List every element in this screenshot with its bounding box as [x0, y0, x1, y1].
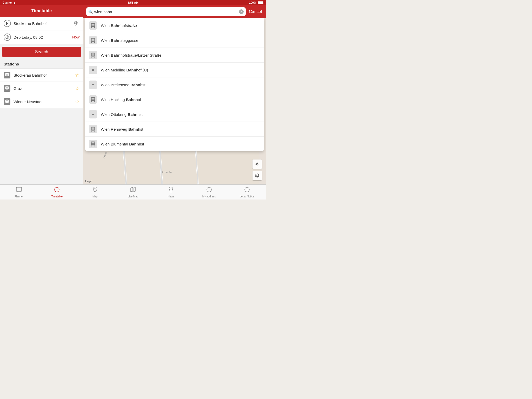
train-icon [4, 85, 10, 92]
dropdown-item-8[interactable]: Wien Blumental Bahnhst [85, 137, 264, 151]
search-overlay: 🔍 ✕ Cancel Wien Bahnhofstraße Wien Bahns… [83, 5, 266, 151]
left-header: Timetable [0, 5, 83, 17]
svg-line-79 [94, 101, 95, 102]
status-bar-left: Carrier ▲ [3, 1, 16, 4]
dropdown-item-3[interactable]: U Wien Meidling Bahnhof (U) [85, 63, 264, 77]
wifi-icon: ▲ [13, 1, 16, 4]
tab-timetable[interactable]: Timetable [38, 185, 76, 200]
locate-me-button[interactable] [252, 159, 262, 169]
svg-point-47 [256, 163, 258, 165]
dropdown-text-4: Wien Breitensee Bahnhst [101, 83, 145, 87]
search-input-wrap[interactable]: 🔍 ✕ [86, 7, 246, 16]
dropdown-item-4[interactable]: Wien Breitensee Bahnhst [85, 77, 264, 92]
departure-text: Dep today, 08:52 [14, 35, 43, 39]
favorite-star-0[interactable]: ☆ [75, 72, 79, 78]
svg-marker-98 [131, 187, 135, 192]
train-icon [4, 72, 10, 78]
tab-livemap[interactable]: Live Map [114, 185, 152, 200]
svg-text:U: U [92, 69, 94, 71]
svg-rect-3 [6, 74, 7, 75]
battery-icon [258, 1, 263, 4]
tab-planner[interactable]: Planner [0, 185, 38, 200]
svg-rect-4 [7, 74, 8, 75]
svg-rect-90 [92, 144, 95, 144]
svg-rect-15 [6, 100, 7, 101]
svg-rect-66 [92, 54, 93, 55]
svg-line-69 [91, 57, 92, 58]
search-bar: 🔍 ✕ Cancel [83, 5, 266, 18]
station-type-icon: H [4, 20, 11, 27]
from-station-row[interactable]: H Stockerau Bahnhof [0, 17, 83, 30]
station-list-item[interactable]: Wiener Neustadt ☆ [0, 95, 83, 108]
dropdown-text-8: Wien Blumental Bahnhst [101, 142, 144, 146]
svg-rect-83 [93, 128, 95, 129]
tab-myaddress[interactable]: My address [190, 185, 228, 200]
legalnotice-icon [244, 187, 250, 194]
tab-planner-label: Planner [15, 195, 23, 198]
svg-line-91 [91, 145, 92, 147]
svg-rect-82 [92, 128, 93, 129]
tab-map-label: Map [92, 195, 97, 198]
news-icon [168, 187, 174, 194]
left-panel: Timetable H Stockerau Bahnhof Dep today, [0, 5, 83, 184]
dropdown-icon-7 [89, 125, 97, 133]
location-pin-icon[interactable] [72, 20, 79, 27]
svg-rect-55 [93, 24, 95, 25]
departure-row[interactable]: Dep today, 08:52 Now [0, 30, 83, 44]
station-list-item[interactable]: Graz ☆ [0, 82, 83, 95]
tab-legalnotice[interactable]: Legal Notice [228, 185, 266, 200]
svg-rect-62 [92, 40, 95, 41]
search-input[interactable] [94, 10, 237, 14]
svg-rect-16 [7, 100, 8, 101]
dropdown-text-3: Wien Meidling Bahnhof (U) [101, 68, 148, 72]
tab-map[interactable]: Map [76, 185, 114, 200]
from-station-name: Stockerau Bahnhof [14, 21, 47, 26]
dropdown-item-0[interactable]: Wien Bahnhofstraße [85, 18, 264, 33]
panel-title: Timetable [31, 8, 52, 14]
tab-news[interactable]: News [152, 185, 190, 200]
station-name-2: Wiener Neustadt [14, 99, 43, 104]
map-controls [252, 159, 262, 180]
dropdown-icon-5 [89, 95, 97, 104]
map-layers-button[interactable] [252, 171, 262, 180]
status-bar-time: 8:53 AM [128, 1, 138, 4]
stations-heading: Stations [0, 60, 83, 68]
dropdown-icon-8 [89, 140, 97, 148]
svg-line-12 [6, 89, 6, 90]
carrier-label: Carrier [3, 1, 12, 4]
svg-line-64 [94, 42, 95, 43]
search-button[interactable]: Search [2, 47, 81, 57]
dropdown-icon-4 [89, 81, 97, 89]
battery-percentage: 100% [249, 1, 256, 4]
svg-rect-68 [92, 55, 95, 56]
clear-search-button[interactable]: ✕ [239, 9, 244, 14]
dropdown-item-6[interactable]: Wien Ottakring Bahnhst [85, 107, 264, 122]
svg-rect-75 [92, 98, 93, 99]
svg-line-18 [6, 103, 6, 103]
favorite-star-2[interactable]: ☆ [75, 98, 79, 105]
dropdown-icon-3: U [89, 66, 97, 74]
dropdown-item-7[interactable]: Wien Rennweg Bahnhst [85, 122, 264, 137]
stations-list: Stockerau Bahnhof ☆ Graz ☆ Wiener Neusta… [0, 68, 83, 108]
svg-rect-11 [6, 89, 8, 89]
svg-line-6 [6, 76, 6, 77]
svg-line-70 [94, 57, 95, 58]
search-dropdown: Wien Bahnhofstraße Wien Bahnsteggasse Wi… [85, 18, 264, 151]
svg-line-92 [94, 145, 95, 147]
tab-myaddress-label: My address [202, 195, 216, 198]
myaddress-icon [206, 187, 212, 194]
dropdown-icon-2 [89, 51, 97, 59]
svg-line-57 [91, 27, 92, 28]
dropdown-item-1[interactable]: Wien Bahnsteggasse [85, 33, 264, 48]
dropdown-item-5[interactable]: Wien Hacking Bahnhof [85, 92, 264, 107]
svg-line-86 [94, 131, 95, 132]
cancel-search-button[interactable]: Cancel [248, 9, 263, 14]
dropdown-item-2[interactable]: Wien Bahnhofstraße/Linzer Straße [85, 48, 264, 63]
dropdown-icon-0 [89, 21, 97, 30]
station-list-item[interactable]: Stockerau Bahnhof ☆ [0, 68, 83, 82]
svg-rect-56 [92, 25, 95, 26]
svg-rect-89 [93, 142, 95, 144]
dropdown-icon-6 [89, 110, 97, 118]
favorite-star-1[interactable]: ☆ [75, 85, 79, 91]
svg-rect-61 [93, 39, 95, 40]
